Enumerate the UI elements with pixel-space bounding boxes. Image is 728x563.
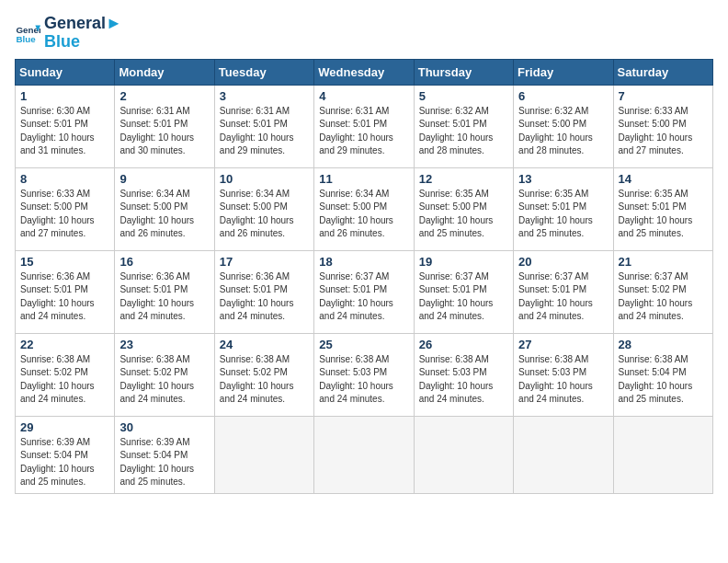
day-number: 25 [319,338,408,351]
day-number: 30 [119,420,209,434]
calendar-cell: 13 Sunrise: 6:35 AMSunset: 5:01 PMDaylig… [514,167,613,250]
day-number: 6 [518,89,608,103]
day-detail: Sunrise: 6:38 AMSunset: 5:02 PMDaylight:… [20,353,109,407]
calendar-cell: 12 Sunrise: 6:35 AMSunset: 5:00 PMDaylig… [414,167,513,250]
day-detail: Sunrise: 6:31 AMSunset: 5:01 PMDaylight:… [220,105,309,158]
calendar-cell: 21 Sunrise: 6:37 AMSunset: 5:02 PMDaylig… [613,250,712,333]
day-detail: Sunrise: 6:38 AMSunset: 5:03 PMDaylight:… [319,353,408,407]
day-detail: Sunrise: 6:38 AMSunset: 5:02 PMDaylight:… [119,353,209,407]
day-detail: Sunrise: 6:35 AMSunset: 5:01 PMDaylight:… [619,188,708,241]
calendar-cell: 28 Sunrise: 6:38 AMSunset: 5:04 PMDaylig… [613,333,712,416]
header-wednesday: Wednesday [314,59,414,85]
calendar-header-row: SundayMondayTuesdayWednesdayThursdayFrid… [16,59,713,85]
day-detail: Sunrise: 6:37 AMSunset: 5:01 PMDaylight:… [518,270,608,324]
calendar-cell: 10 Sunrise: 6:34 AMSunset: 5:00 PMDaylig… [214,167,313,250]
calendar-table: SundayMondayTuesdayWednesdayThursdayFrid… [15,59,713,494]
calendar-cell: 7 Sunrise: 6:33 AMSunset: 5:00 PMDayligh… [613,85,712,167]
day-number: 22 [20,338,109,351]
day-detail: Sunrise: 6:38 AMSunset: 5:03 PMDaylight:… [518,353,608,407]
day-number: 11 [319,172,408,186]
header-friday: Friday [514,59,613,85]
header-monday: Monday [115,59,214,85]
day-detail: Sunrise: 6:37 AMSunset: 5:01 PMDaylight:… [319,270,408,324]
day-number: 1 [20,89,109,103]
day-number: 23 [119,338,209,351]
logo: General Blue General► Blue [15,15,122,52]
day-number: 20 [518,255,608,269]
header-saturday: Saturday [613,59,712,85]
day-number: 18 [319,255,408,269]
page-header: General Blue General► Blue [15,15,713,52]
day-number: 28 [619,338,708,351]
day-detail: Sunrise: 6:31 AMSunset: 5:01 PMDaylight:… [319,105,408,158]
day-detail: Sunrise: 6:37 AMSunset: 5:01 PMDaylight:… [419,270,508,324]
calendar-cell: 11 Sunrise: 6:34 AMSunset: 5:00 PMDaylig… [314,167,414,250]
calendar-cell: 27 Sunrise: 6:38 AMSunset: 5:03 PMDaylig… [514,333,613,416]
calendar-cell [514,416,613,493]
calendar-cell: 30 Sunrise: 6:39 AMSunset: 5:04 PMDaylig… [115,416,214,493]
calendar-week-1: 1 Sunrise: 6:30 AMSunset: 5:01 PMDayligh… [16,85,713,167]
calendar-body: 1 Sunrise: 6:30 AMSunset: 5:01 PMDayligh… [16,85,713,493]
day-number: 19 [419,255,508,269]
day-number: 29 [20,420,109,434]
day-detail: Sunrise: 6:32 AMSunset: 5:00 PMDaylight:… [518,105,608,158]
day-number: 21 [619,255,708,269]
header-thursday: Thursday [414,59,513,85]
day-detail: Sunrise: 6:35 AMSunset: 5:01 PMDaylight:… [518,188,608,241]
calendar-week-3: 15 Sunrise: 6:36 AMSunset: 5:01 PMDaylig… [16,250,713,333]
calendar-cell: 29 Sunrise: 6:39 AMSunset: 5:04 PMDaylig… [16,416,115,493]
calendar-cell: 3 Sunrise: 6:31 AMSunset: 5:01 PMDayligh… [214,85,313,167]
day-detail: Sunrise: 6:33 AMSunset: 5:00 PMDaylight:… [619,105,708,158]
calendar-cell [214,416,313,493]
calendar-cell: 25 Sunrise: 6:38 AMSunset: 5:03 PMDaylig… [314,333,414,416]
day-number: 17 [220,255,309,269]
calendar-cell: 26 Sunrise: 6:38 AMSunset: 5:03 PMDaylig… [414,333,513,416]
day-detail: Sunrise: 6:36 AMSunset: 5:01 PMDaylight:… [20,270,109,324]
calendar-cell [613,416,712,493]
header-tuesday: Tuesday [214,59,313,85]
calendar-cell: 23 Sunrise: 6:38 AMSunset: 5:02 PMDaylig… [115,333,214,416]
day-detail: Sunrise: 6:33 AMSunset: 5:00 PMDaylight:… [20,188,109,241]
header-sunday: Sunday [16,59,115,85]
day-detail: Sunrise: 6:32 AMSunset: 5:01 PMDaylight:… [419,105,508,158]
day-detail: Sunrise: 6:38 AMSunset: 5:02 PMDaylight:… [220,353,309,407]
day-detail: Sunrise: 6:36 AMSunset: 5:01 PMDaylight:… [220,270,309,324]
calendar-cell [314,416,414,493]
calendar-cell [414,416,513,493]
day-detail: Sunrise: 6:37 AMSunset: 5:02 PMDaylight:… [619,270,708,324]
calendar-cell: 24 Sunrise: 6:38 AMSunset: 5:02 PMDaylig… [214,333,313,416]
day-number: 13 [518,172,608,186]
day-number: 14 [619,172,708,186]
calendar-cell: 5 Sunrise: 6:32 AMSunset: 5:01 PMDayligh… [414,85,513,167]
day-number: 16 [119,255,209,269]
logo-icon: General Blue [15,20,40,46]
day-number: 24 [220,338,309,351]
calendar-cell: 15 Sunrise: 6:36 AMSunset: 5:01 PMDaylig… [16,250,115,333]
day-number: 2 [119,89,209,103]
calendar-week-4: 22 Sunrise: 6:38 AMSunset: 5:02 PMDaylig… [16,333,713,416]
day-detail: Sunrise: 6:36 AMSunset: 5:01 PMDaylight:… [119,270,209,324]
calendar-cell: 1 Sunrise: 6:30 AMSunset: 5:01 PMDayligh… [16,85,115,167]
day-detail: Sunrise: 6:31 AMSunset: 5:01 PMDaylight:… [119,105,209,158]
day-number: 9 [119,172,209,186]
calendar-cell: 19 Sunrise: 6:37 AMSunset: 5:01 PMDaylig… [414,250,513,333]
calendar-cell: 18 Sunrise: 6:37 AMSunset: 5:01 PMDaylig… [314,250,414,333]
day-detail: Sunrise: 6:30 AMSunset: 5:01 PMDaylight:… [20,105,109,158]
calendar-cell: 22 Sunrise: 6:38 AMSunset: 5:02 PMDaylig… [16,333,115,416]
day-detail: Sunrise: 6:39 AMSunset: 5:04 PMDaylight:… [119,436,209,489]
day-detail: Sunrise: 6:34 AMSunset: 5:00 PMDaylight:… [319,188,408,241]
calendar-cell: 2 Sunrise: 6:31 AMSunset: 5:01 PMDayligh… [115,85,214,167]
day-detail: Sunrise: 6:34 AMSunset: 5:00 PMDaylight:… [220,188,309,241]
day-number: 8 [20,172,109,186]
logo-text-line2: Blue [44,33,122,52]
day-number: 26 [419,338,508,351]
day-number: 4 [319,89,408,103]
svg-text:Blue: Blue [16,34,36,44]
day-number: 12 [419,172,508,186]
calendar-cell: 16 Sunrise: 6:36 AMSunset: 5:01 PMDaylig… [115,250,214,333]
day-detail: Sunrise: 6:38 AMSunset: 5:03 PMDaylight:… [419,353,508,407]
day-number: 7 [619,89,708,103]
calendar-cell: 17 Sunrise: 6:36 AMSunset: 5:01 PMDaylig… [214,250,313,333]
day-detail: Sunrise: 6:39 AMSunset: 5:04 PMDaylight:… [20,436,109,489]
calendar-week-2: 8 Sunrise: 6:33 AMSunset: 5:00 PMDayligh… [16,167,713,250]
